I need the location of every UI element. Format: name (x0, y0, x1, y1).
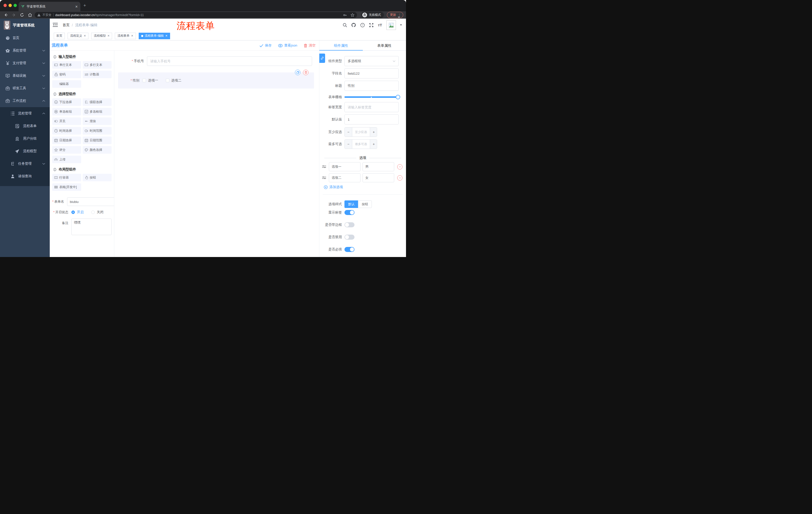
component-评分[interactable]: 评分 (52, 146, 81, 154)
search-icon[interactable] (343, 23, 347, 27)
sidebar-item-系统管理[interactable]: 系统管理 (0, 44, 50, 57)
component-多行文本[interactable]: 多行文本 (83, 61, 112, 69)
sidebar-item-用户分组[interactable]: 用户分组 (0, 132, 50, 145)
checkbox-icon[interactable] (142, 79, 146, 82)
drag-handle-icon[interactable] (322, 165, 327, 168)
option-style-default[interactable]: 默认 (344, 200, 358, 208)
security-warning-icon[interactable] (37, 13, 41, 17)
new-tab-button[interactable]: + (83, 3, 86, 8)
tab-form-props[interactable]: 表单属性 (363, 40, 406, 50)
radio-on-icon[interactable] (71, 211, 75, 214)
sidebar-item-支付管理[interactable]: 支付管理 (0, 57, 50, 70)
option-label-input[interactable] (329, 173, 360, 182)
component-表格[开发中][interactable]: 表格[开发中] (52, 183, 81, 191)
status-on-label[interactable]: 开启 (77, 210, 84, 215)
minus-button[interactable]: − (345, 140, 352, 148)
drag-handle-icon[interactable] (322, 176, 327, 180)
bookmark-star-icon[interactable] (350, 13, 354, 17)
tab-close-icon[interactable]: ✕ (75, 5, 78, 8)
component-单行文本[interactable]: 单行文本 (52, 61, 81, 69)
page-tab-流程模型[interactable]: 流程模型✕ (91, 33, 112, 39)
phone-input[interactable] (147, 56, 312, 66)
option-label-input[interactable] (329, 162, 360, 171)
gender-option2-checkbox[interactable]: 选项二 (166, 78, 182, 83)
tab-component-props[interactable]: 组件属性 (319, 40, 363, 50)
back-icon[interactable] (3, 13, 8, 17)
page-tab-首页[interactable]: 首页 (54, 33, 65, 39)
chrome-update-button[interactable]: 更新 ⋮ (387, 12, 403, 18)
close-tab-icon[interactable]: ✕ (84, 34, 86, 37)
maximize-window-button[interactable] (13, 4, 17, 7)
radio-off-icon[interactable] (91, 211, 95, 214)
sidebar-item-首页[interactable]: 首页 (0, 32, 50, 44)
clear-button[interactable]: 清空 (304, 43, 316, 48)
key-icon[interactable] (343, 13, 347, 17)
collapse-sidebar-icon[interactable] (53, 23, 58, 27)
address-bar[interactable]: 不安全 dashboard.yudao.iocoder.cn/bpm/manag… (35, 12, 357, 18)
component-多选框组[interactable]: 多选框组 (83, 108, 112, 115)
option-value-input[interactable] (362, 173, 394, 182)
view-json-button[interactable]: 查看json (278, 43, 297, 48)
sidebar-logo[interactable]: 芋道管理系统 (0, 19, 50, 32)
phone-field-row[interactable]: *手机号 (118, 56, 315, 66)
option-value-input[interactable] (362, 162, 394, 171)
minimize-window-button[interactable] (8, 4, 12, 7)
component-编辑器[interactable]: 编辑器 (52, 80, 81, 88)
selected-gender-component[interactable]: *性别 选项一 选项二 (118, 73, 314, 88)
form-remark-textarea[interactable]: 嘿嘿 (71, 218, 112, 235)
sidebar-item-任务管理[interactable]: 任务管理 (0, 157, 50, 170)
component-滑块[interactable]: 滑块 (83, 117, 112, 125)
component-时间范围[interactable]: 时间范围 (83, 127, 112, 135)
toggle-是否禁用[interactable] (344, 235, 354, 240)
close-window-button[interactable] (3, 4, 7, 7)
component-日期范围[interactable]: 日期范围 (83, 137, 112, 144)
gender-option1-checkbox[interactable]: 选项一 (142, 78, 158, 83)
slider-thumb[interactable] (396, 95, 400, 99)
close-tab-icon[interactable]: ✕ (131, 34, 133, 37)
fullscreen-icon[interactable] (369, 23, 374, 27)
save-button[interactable]: 保存 (260, 43, 271, 48)
page-tab-流程表单-编辑[interactable]: 流程表单-编辑✕ (139, 33, 170, 39)
field-name-input[interactable] (344, 69, 399, 78)
component-计数器[interactable]: 123计数器 (83, 71, 112, 78)
page-tab-流程定义[interactable]: 流程定义✕ (67, 33, 88, 39)
breadcrumb-home[interactable]: 首页 (63, 23, 69, 27)
component-上传[interactable]: 上传 (52, 156, 81, 163)
minus-button[interactable]: − (345, 128, 352, 137)
help-icon[interactable]: ? (360, 23, 365, 27)
status-off-label[interactable]: 关闭 (97, 210, 104, 215)
component-开关[interactable]: 开关 (52, 117, 81, 125)
plus-button[interactable]: + (370, 140, 377, 148)
sidebar-item-流程管理[interactable]: 流程管理 (0, 107, 50, 120)
toggle-是否带边框[interactable] (344, 222, 354, 227)
sidebar-item-流程模型[interactable]: 流程模型 (0, 145, 50, 157)
min-select-input[interactable] (352, 128, 370, 137)
label-width-input[interactable] (344, 102, 399, 112)
checkbox-icon[interactable] (166, 79, 169, 82)
browser-tab[interactable]: 芋道管理系统 ✕ (19, 2, 80, 11)
github-icon[interactable] (351, 23, 356, 27)
toggle-显示标签[interactable] (344, 210, 354, 215)
sidebar-item-研发工具[interactable]: 研发工具 (0, 82, 50, 94)
sidebar-item-流程表单[interactable]: 流程表单 (0, 120, 50, 132)
component-type-select[interactable]: 多选框组 (344, 56, 399, 66)
max-select-input[interactable] (352, 140, 370, 148)
close-tab-icon[interactable]: ✕ (165, 34, 168, 37)
title-input[interactable] (344, 81, 399, 91)
component-按钮[interactable]: 按钮 (83, 174, 112, 181)
chrome-menu-icon[interactable]: ⋮ (398, 14, 401, 16)
component-单选框组[interactable]: 单选框组 (52, 108, 81, 115)
close-tab-icon[interactable]: ✕ (107, 34, 110, 37)
chrome-dropdown-caret-icon[interactable] (398, 17, 400, 18)
option-style-button[interactable]: 按钮 (358, 200, 372, 208)
user-menu-caret-icon[interactable] (400, 24, 402, 26)
component-级联选择[interactable]: 级联选择 (83, 98, 112, 106)
slider-track[interactable] (344, 96, 400, 98)
component-下拉选择[interactable]: 下拉选择 (52, 98, 81, 106)
component-行容器[interactable]: 行容器 (52, 174, 81, 181)
forward-icon[interactable] (11, 13, 16, 17)
component-日期选择[interactable]: 日期选择 (52, 137, 81, 144)
sidebar-item-基础设施[interactable]: 基础设施 (0, 70, 50, 82)
reload-icon[interactable] (20, 13, 24, 17)
user-avatar[interactable] (386, 20, 396, 30)
